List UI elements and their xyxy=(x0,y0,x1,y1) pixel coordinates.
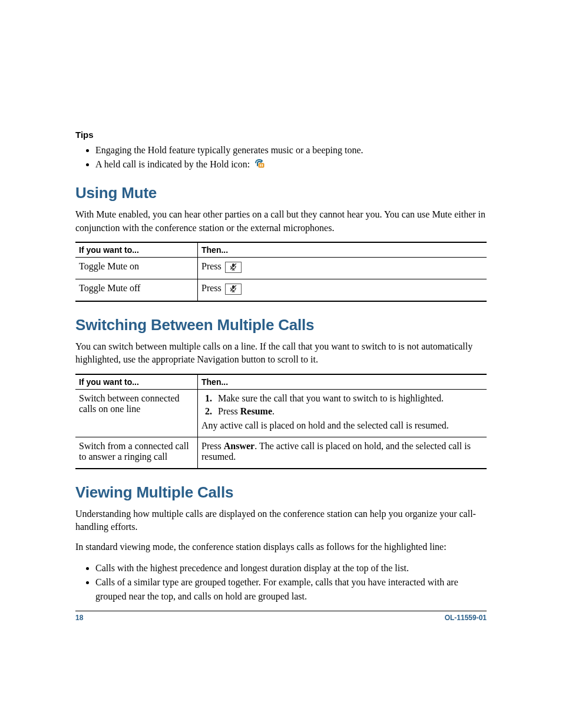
tips-item: Engaging the Hold feature typically gene… xyxy=(95,143,487,157)
viewing-item: Calls of a similar type are grouped toge… xyxy=(95,575,487,604)
step-item: Make sure the call that you want to swit… xyxy=(214,393,483,404)
press-label: Press xyxy=(201,283,222,293)
table-header: If you want to... xyxy=(75,242,198,258)
step-note: Any active call is placed on hold and th… xyxy=(201,420,483,431)
using-mute-heading: Using Mute xyxy=(75,184,487,202)
switching-heading: Switching Between Multiple Calls xyxy=(75,316,487,334)
tips-heading: Tips xyxy=(75,130,487,140)
table-cell: Press Answer. The active call is placed … xyxy=(198,437,487,469)
tips-item-text: A held call is indicated by the Hold ico… xyxy=(95,159,250,169)
page-footer: 18 OL-11559-01 xyxy=(75,611,487,622)
document-id: OL-11559-01 xyxy=(445,614,487,622)
viewing-p1: Understanding how multiple calls are dis… xyxy=(75,508,487,534)
cell-text: Press xyxy=(201,441,224,451)
viewing-p2: In standard viewing mode, the conference… xyxy=(75,541,487,554)
svg-rect-2 xyxy=(262,164,263,167)
press-label: Press xyxy=(201,261,222,271)
svg-rect-1 xyxy=(260,164,261,167)
table-cell: Switch from a connected call to answer a… xyxy=(75,437,198,469)
hold-icon xyxy=(254,158,265,172)
viewing-item: Calls with the highest precedence and lo… xyxy=(95,561,487,575)
table-header: Then... xyxy=(198,242,487,258)
table-header: If you want to... xyxy=(75,374,198,390)
table-row: Toggle Mute off Press xyxy=(75,279,487,301)
using-mute-intro: With Mute enabled, you can hear other pa… xyxy=(75,208,487,235)
viewing-heading: Viewing Multiple Calls xyxy=(75,483,487,502)
table-cell: Make sure the call that you want to swit… xyxy=(198,389,487,437)
table-cell: Press xyxy=(198,279,487,301)
mute-table: If you want to... Then... Toggle Mute on… xyxy=(75,242,487,302)
page-number: 18 xyxy=(75,614,83,622)
tips-list: Engaging the Hold feature typically gene… xyxy=(75,143,487,172)
tips-section: Tips Engaging the Hold feature typically… xyxy=(75,130,487,172)
table-row: Toggle Mute on Press xyxy=(75,258,487,279)
table-row: Switch from a connected call to answer a… xyxy=(75,437,487,469)
switching-table: If you want to... Then... Switch between… xyxy=(75,374,487,469)
tips-item: A held call is indicated by the Hold ico… xyxy=(95,157,487,172)
step-item: Press Resume. xyxy=(214,406,483,417)
step-text: . xyxy=(272,406,275,416)
steps-list: Make sure the call that you want to swit… xyxy=(201,393,483,417)
table-row: Switch between connected calls on one li… xyxy=(75,389,487,437)
switching-intro: You can switch between multiple calls on… xyxy=(75,340,487,367)
step-text: Press xyxy=(218,406,240,416)
answer-label: Answer xyxy=(224,441,254,451)
table-header: Then... xyxy=(198,374,487,390)
table-cell: Switch between connected calls on one li… xyxy=(75,389,198,437)
mute-button-icon xyxy=(225,284,242,295)
table-cell: Press xyxy=(198,258,487,279)
mute-button-icon xyxy=(225,262,242,273)
table-cell: Toggle Mute on xyxy=(75,258,198,279)
viewing-list: Calls with the highest precedence and lo… xyxy=(75,561,487,604)
table-cell: Toggle Mute off xyxy=(75,279,198,301)
document-page: Tips Engaging the Hold feature typically… xyxy=(0,0,562,728)
svg-rect-0 xyxy=(259,163,264,167)
resume-label: Resume xyxy=(240,406,272,416)
